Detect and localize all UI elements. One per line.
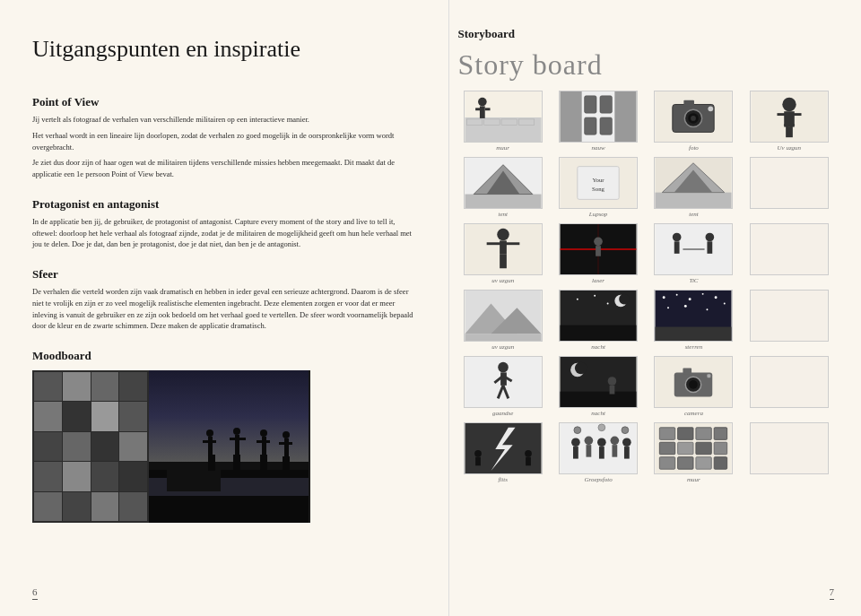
svg-rect-148 bbox=[678, 428, 693, 440]
svg-rect-68 bbox=[506, 242, 519, 245]
svg-point-130 bbox=[525, 450, 532, 457]
storyboard-frame-7 bbox=[750, 157, 829, 209]
storyboard-cell-5: Your Song Lupsop bbox=[553, 157, 643, 218]
svg-point-95 bbox=[663, 296, 665, 299]
svg-rect-7 bbox=[230, 438, 246, 440]
svg-rect-42 bbox=[684, 100, 695, 107]
svg-rect-125 bbox=[751, 357, 827, 407]
svg-rect-152 bbox=[678, 442, 693, 455]
storyboard-cell-2: foto bbox=[648, 91, 738, 152]
storyboard-cell-18: camera bbox=[648, 356, 738, 417]
svg-point-92 bbox=[594, 295, 596, 297]
svg-rect-118 bbox=[610, 386, 615, 395]
moodboard-image bbox=[32, 370, 310, 523]
svg-rect-3 bbox=[212, 455, 215, 471]
storyboard-cell-19 bbox=[744, 356, 834, 417]
pov-text-1: Jij vertelt als fotograaf de verhalen va… bbox=[32, 114, 416, 126]
svg-rect-32 bbox=[614, 91, 636, 142]
storyboard-caption-9: laser bbox=[592, 277, 604, 284]
svg-rect-47 bbox=[777, 113, 785, 116]
storyboard-caption-18: camera bbox=[684, 410, 703, 417]
svg-rect-17 bbox=[279, 442, 292, 445]
svg-rect-75 bbox=[596, 246, 601, 256]
section-heading-pov: Point of View bbox=[32, 95, 416, 109]
storyboard-caption-13: nacht bbox=[591, 343, 605, 351]
svg-point-74 bbox=[594, 237, 603, 246]
svg-rect-21 bbox=[465, 117, 541, 142]
svg-rect-153 bbox=[696, 442, 711, 455]
svg-rect-114 bbox=[561, 392, 637, 407]
svg-point-79 bbox=[706, 233, 715, 242]
storyboard-caption-10: TiC bbox=[689, 277, 698, 284]
storyboard-caption-16: gaandse bbox=[492, 410, 513, 417]
svg-text:Song: Song bbox=[592, 186, 605, 192]
svg-rect-140 bbox=[613, 445, 618, 457]
moodboard-label: Moodboard bbox=[32, 349, 416, 363]
svg-rect-69 bbox=[500, 255, 503, 268]
svg-point-45 bbox=[782, 98, 796, 111]
svg-rect-147 bbox=[660, 428, 675, 440]
svg-rect-19 bbox=[283, 456, 286, 471]
svg-rect-18 bbox=[286, 456, 290, 471]
svg-point-144 bbox=[598, 424, 605, 431]
svg-rect-150 bbox=[715, 428, 727, 440]
storyboard-cell-23 bbox=[744, 422, 834, 483]
storyboard-cell-6: tent bbox=[648, 157, 738, 218]
storyboard-caption-8: uv uzgun bbox=[491, 277, 514, 284]
svg-rect-35 bbox=[585, 117, 597, 134]
storyboard-caption-21: Groepsfoto bbox=[584, 476, 612, 483]
svg-point-65 bbox=[497, 229, 509, 241]
storyboard-frame-11 bbox=[750, 223, 829, 275]
svg-point-133 bbox=[571, 438, 580, 447]
storyboard-frame-17 bbox=[559, 356, 638, 408]
storyboard-frame-3 bbox=[750, 91, 829, 143]
section-sfeer: Sfeer De verhalen die verteld worden zij… bbox=[32, 255, 416, 336]
protagonist-text: In de applicatie ben jij, de gebruiker, … bbox=[32, 216, 416, 250]
svg-rect-28 bbox=[475, 108, 481, 110]
storyboard-caption-20: flits bbox=[498, 476, 508, 483]
storyboard-grid: muur nauw foto bbox=[458, 91, 835, 483]
svg-rect-134 bbox=[573, 447, 578, 459]
svg-rect-158 bbox=[715, 457, 727, 470]
svg-rect-13 bbox=[264, 455, 267, 471]
storyboard-frame-2 bbox=[654, 91, 733, 143]
svg-rect-156 bbox=[678, 457, 693, 470]
storyboard-frame-18 bbox=[654, 356, 733, 408]
svg-point-0 bbox=[206, 429, 213, 437]
storyboard-cell-16: gaandse bbox=[458, 356, 548, 417]
storyboard-cell-9: laser bbox=[553, 223, 643, 284]
storyboard-frame-21 bbox=[559, 422, 638, 474]
svg-rect-136 bbox=[587, 445, 592, 457]
svg-rect-157 bbox=[696, 457, 711, 470]
storyboard-caption-4: tent bbox=[498, 211, 508, 218]
svg-rect-33 bbox=[585, 96, 597, 113]
page: Uitgangspunten en inspiratie Point of Vi… bbox=[0, 0, 861, 616]
svg-rect-159 bbox=[751, 423, 827, 473]
svg-rect-129 bbox=[475, 457, 481, 466]
svg-rect-9 bbox=[233, 455, 237, 471]
storyboard-frame-10 bbox=[654, 223, 733, 275]
svg-point-100 bbox=[724, 303, 726, 305]
svg-rect-14 bbox=[260, 455, 264, 471]
svg-point-91 bbox=[577, 299, 578, 300]
storyboard-caption-22: muur bbox=[687, 476, 700, 483]
svg-rect-11 bbox=[262, 437, 266, 455]
svg-rect-29 bbox=[484, 108, 490, 110]
storyboard-frame-16 bbox=[464, 356, 543, 408]
svg-rect-49 bbox=[786, 127, 789, 138]
svg-point-90 bbox=[619, 294, 630, 305]
svg-rect-154 bbox=[715, 442, 727, 455]
svg-rect-105 bbox=[751, 291, 827, 341]
svg-rect-66 bbox=[500, 240, 507, 254]
storyboard-caption-5: Lupsop bbox=[589, 211, 608, 218]
svg-rect-155 bbox=[660, 457, 675, 470]
storyboard-caption-14: sterren bbox=[685, 343, 703, 351]
svg-point-15 bbox=[283, 431, 290, 438]
storyboard-caption-1: nauw bbox=[591, 144, 604, 152]
storyboard-frame-22 bbox=[654, 422, 733, 474]
pov-text-3: Je ziet dus door zijn of haar ogen wat d… bbox=[32, 157, 416, 180]
storyboard-cell-11 bbox=[744, 223, 834, 284]
storyboard-cell-15 bbox=[744, 290, 834, 351]
svg-rect-60 bbox=[656, 193, 732, 208]
page-number-left: 6 bbox=[32, 586, 38, 600]
